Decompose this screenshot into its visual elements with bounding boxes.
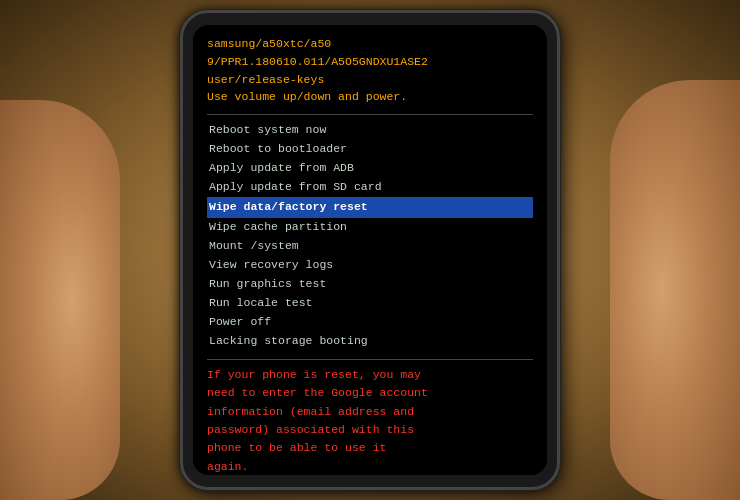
header-line-3: user/release-keys bbox=[207, 71, 533, 89]
warning-section: If your phone is reset, you may need to … bbox=[207, 359, 533, 475]
header-section: samsung/a50xtc/a50 9/PPR1.180610.011/A5O… bbox=[207, 35, 533, 106]
menu-item-4[interactable]: Wipe data/factory reset bbox=[207, 197, 533, 218]
menu-item-11[interactable]: Lacking storage booting bbox=[207, 332, 533, 351]
menu-item-7[interactable]: View recovery logs bbox=[207, 256, 533, 275]
header-line-1: samsung/a50xtc/a50 bbox=[207, 35, 533, 53]
menu-item-10[interactable]: Power off bbox=[207, 313, 533, 332]
recovery-menu: Reboot system nowReboot to bootloaderApp… bbox=[207, 121, 533, 351]
warning-text: If your phone is reset, you may need to … bbox=[207, 366, 533, 475]
phone: samsung/a50xtc/a50 9/PPR1.180610.011/A5O… bbox=[180, 10, 560, 490]
header-line-2: 9/PPR1.180610.011/A5O5GNDXU1ASE2 bbox=[207, 53, 533, 71]
header-divider bbox=[207, 114, 533, 115]
menu-item-3[interactable]: Apply update from SD card bbox=[207, 178, 533, 197]
phone-screen-container: samsung/a50xtc/a50 9/PPR1.180610.011/A5O… bbox=[193, 25, 547, 475]
hand-left bbox=[0, 100, 120, 500]
recovery-screen: samsung/a50xtc/a50 9/PPR1.180610.011/A5O… bbox=[193, 25, 547, 475]
scene: samsung/a50xtc/a50 9/PPR1.180610.011/A5O… bbox=[0, 0, 740, 500]
menu-item-8[interactable]: Run graphics test bbox=[207, 275, 533, 294]
menu-item-5[interactable]: Wipe cache partition bbox=[207, 218, 533, 237]
hand-right bbox=[610, 80, 740, 500]
menu-item-0[interactable]: Reboot system now bbox=[207, 121, 533, 140]
menu-item-6[interactable]: Mount /system bbox=[207, 237, 533, 256]
menu-item-9[interactable]: Run locale test bbox=[207, 294, 533, 313]
menu-item-2[interactable]: Apply update from ADB bbox=[207, 159, 533, 178]
menu-item-1[interactable]: Reboot to bootloader bbox=[207, 140, 533, 159]
header-line-4: Use volume up/down and power. bbox=[207, 88, 533, 106]
